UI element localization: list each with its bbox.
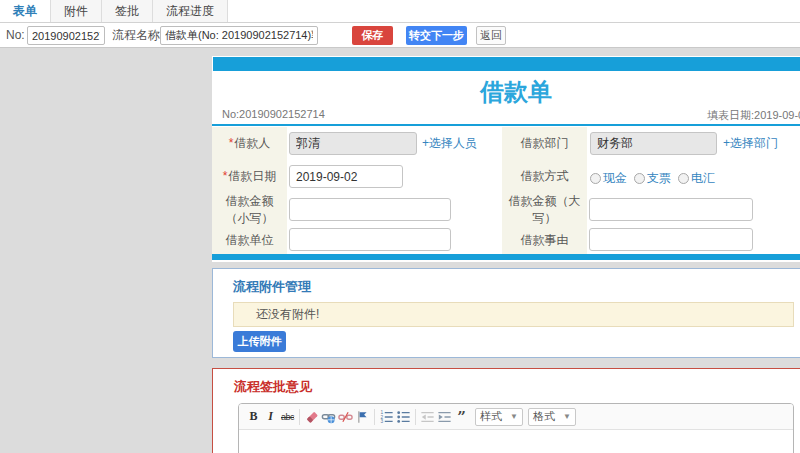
select-department-link[interactable]: +选择部门 — [723, 127, 778, 160]
editor-toolbar: B I abc 123 — [239, 404, 793, 430]
save-button[interactable]: 保存 — [352, 26, 393, 45]
toolbar-separator — [374, 409, 375, 425]
editor-content-area[interactable] — [239, 430, 793, 453]
outdent-icon — [420, 410, 435, 424]
no-label: No: — [6, 23, 25, 48]
form-bottom-bar — [212, 254, 800, 260]
form-divider — [212, 124, 800, 126]
unlink-icon — [338, 410, 353, 424]
check-radio-label[interactable]: 支票 — [647, 171, 671, 185]
method-options: 现金支票电汇 — [590, 160, 722, 193]
toolbar-separator — [415, 409, 416, 425]
no-attachments-notice: 还没有附件! — [233, 302, 794, 327]
attachments-panel: 流程附件管理 还没有附件! 上传附件 — [212, 268, 800, 358]
wire-radio-label[interactable]: 电汇 — [691, 171, 715, 185]
indent-button[interactable] — [436, 408, 453, 426]
svg-text:3: 3 — [380, 419, 383, 424]
italic-button[interactable]: I — [262, 408, 279, 426]
attachments-header: 流程附件管理 — [233, 278, 311, 296]
blockquote-icon: ” — [457, 412, 466, 422]
ordered-list-button[interactable]: 123 — [378, 408, 395, 426]
department-input[interactable] — [590, 132, 717, 155]
department-label: 借款部门 — [502, 127, 587, 160]
method-label: 借款方式 — [502, 160, 587, 193]
tab-attachments[interactable]: 附件 — [51, 0, 102, 22]
loan-date-input[interactable] — [289, 165, 403, 188]
amount-small-label: 借款金额（小写） — [212, 193, 287, 226]
tab-progress[interactable]: 流程进度 — [153, 0, 228, 22]
indent-icon — [437, 410, 452, 424]
amount-big-label: 借款金额（大写） — [502, 193, 587, 226]
borrower-input[interactable] — [289, 132, 417, 155]
amount-small-input[interactable] — [289, 198, 451, 221]
cash-radio[interactable] — [590, 173, 601, 184]
bold-icon: B — [249, 409, 257, 424]
amount-big-input[interactable] — [589, 198, 753, 221]
opinion-header: 流程签批意见 — [234, 378, 312, 396]
chevron-down-icon: ▼ — [510, 412, 518, 421]
check-radio[interactable] — [634, 173, 645, 184]
cash-radio-label[interactable]: 现金 — [603, 171, 627, 185]
outdent-button[interactable] — [419, 408, 436, 426]
process-name-label: 流程名称: — [112, 23, 163, 48]
form-top-bar — [213, 57, 800, 71]
anchor-button[interactable] — [354, 408, 371, 426]
unit-input[interactable] — [289, 228, 451, 251]
wire-radio[interactable] — [678, 173, 689, 184]
unlink-icon[interactable] — [337, 408, 354, 426]
link-icon — [321, 410, 336, 424]
format-dropdown[interactable]: 格式▼ — [528, 408, 576, 426]
form-no-text: No:20190902152714 — [222, 108, 325, 120]
strikethrough-button[interactable]: abc — [279, 408, 296, 426]
select-person-link[interactable]: +选择人员 — [422, 127, 477, 160]
form-date-text: 填表日期:2019-09-02 15:27:1 — [707, 108, 800, 123]
unit-label: 借款单位 — [212, 226, 287, 254]
rich-text-editor: B I abc 123 — [238, 403, 794, 453]
strikethrough-icon: abc — [281, 412, 294, 422]
reason-label: 借款事由 — [502, 226, 587, 254]
ordered-list-icon: 123 — [379, 410, 394, 424]
format-dropdown-label: 格式 — [533, 409, 555, 424]
next-step-button[interactable]: 转交下一步 — [406, 26, 467, 45]
italic-icon: I — [268, 409, 273, 424]
required-marker: * — [229, 136, 234, 150]
bullet-list-button[interactable] — [395, 408, 412, 426]
link-button[interactable] — [320, 408, 337, 426]
reason-input[interactable] — [589, 228, 753, 251]
process-name-input[interactable] — [160, 26, 318, 45]
no-input[interactable] — [27, 26, 105, 45]
bold-button[interactable]: B — [245, 408, 262, 426]
tab-bar: 表单 附件 签批 流程进度 — [0, 0, 800, 23]
header-toolbar: No: 流程名称: 保存 转交下一步 返回 — [0, 23, 800, 48]
tab-approval[interactable]: 签批 — [102, 0, 153, 22]
required-marker: * — [223, 169, 228, 183]
page-title: 借款单 — [212, 76, 800, 108]
bullet-list-icon — [396, 410, 411, 424]
upload-attachment-button[interactable]: 上传附件 — [233, 331, 286, 352]
loan-date-label: *借款日期 — [212, 160, 287, 193]
style-dropdown-label: 样式 — [480, 409, 502, 424]
borrower-label: *借款人 — [212, 127, 287, 160]
flag-icon — [356, 410, 369, 424]
eraser-icon — [305, 410, 319, 424]
chevron-down-icon: ▼ — [563, 412, 571, 421]
opinion-panel: 流程签批意见 B I abc 123 — [212, 368, 800, 453]
blockquote-button[interactable]: ” — [453, 408, 470, 426]
back-button[interactable]: 返回 — [476, 26, 506, 45]
loan-form-panel: 借款单 No:20190902152714 填表日期:2019-09-02 15… — [212, 56, 800, 262]
remove-format-button[interactable] — [303, 408, 320, 426]
style-dropdown[interactable]: 样式▼ — [475, 408, 523, 426]
toolbar-separator — [299, 409, 300, 425]
tab-form[interactable]: 表单 — [0, 0, 51, 22]
